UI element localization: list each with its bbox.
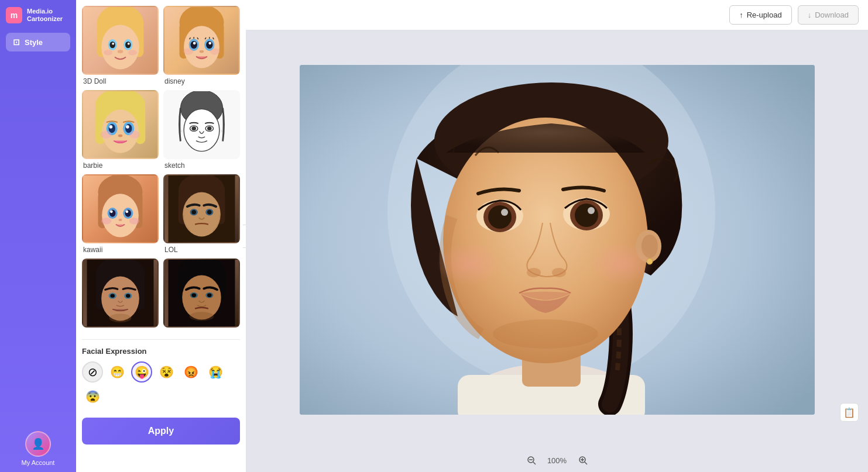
- svg-point-83: [109, 313, 132, 322]
- svg-point-106: [488, 205, 512, 229]
- style-item-lol[interactable]: LOL: [163, 174, 240, 254]
- facial-expression-section: Facial Expression ⊘ 😁 😜 😵 😡 😭 😨: [82, 343, 240, 418]
- svg-point-114: [437, 242, 502, 286]
- svg-point-21: [193, 42, 196, 44]
- svg-point-43: [100, 130, 111, 138]
- download-icon: ↓: [808, 11, 812, 19]
- svg-point-62: [119, 219, 122, 221]
- svg-point-82: [126, 294, 131, 298]
- svg-point-69: [183, 192, 221, 237]
- svg-point-16: [184, 26, 219, 68]
- logo-text: Media.io Cartoonizer: [27, 8, 63, 23]
- svg-point-29: [200, 50, 204, 53]
- style-label-disney: disney: [163, 77, 240, 85]
- account-label: My Account: [22, 459, 55, 466]
- style-thumb-real2: [163, 259, 240, 328]
- zoom-bar: 100%: [246, 449, 868, 472]
- notes-button[interactable]: 📋: [840, 403, 859, 422]
- svg-point-6: [109, 42, 115, 48]
- photo-background: [300, 65, 815, 415]
- svg-point-91: [191, 293, 196, 297]
- apply-button[interactable]: Apply: [82, 418, 240, 445]
- style-label-barbie: barbie: [82, 161, 159, 170]
- reupload-button[interactable]: ↑ Re-upload: [729, 5, 792, 25]
- expression-icons: ⊘ 😁 😜 😵 😡 😭 😨: [82, 361, 240, 407]
- style-item-kawaii[interactable]: kawaii: [82, 174, 159, 254]
- style-tab[interactable]: ⊡ Style: [6, 33, 70, 51]
- expression-tongue[interactable]: 😜: [131, 361, 152, 383]
- download-button[interactable]: ↓ Download: [798, 5, 859, 25]
- svg-point-31: [210, 48, 220, 54]
- svg-point-3: [101, 25, 139, 69]
- logo-icon: m: [6, 7, 22, 23]
- collapse-arrow[interactable]: ‹: [243, 225, 246, 248]
- svg-point-51: [207, 126, 212, 130]
- logo-area: m Media.io Cartoonizer: [0, 0, 76, 30]
- style-tab-label: Style: [25, 38, 43, 47]
- style-item-disney[interactable]: disney: [163, 6, 240, 85]
- svg-point-63: [101, 218, 111, 224]
- panel: 3D Doll: [76, 0, 246, 472]
- svg-point-111: [588, 207, 595, 214]
- svg-point-81: [110, 294, 115, 298]
- svg-point-40: [109, 125, 113, 129]
- expression-dizzy[interactable]: 😵: [156, 361, 177, 383]
- svg-line-118: [533, 462, 536, 464]
- download-label: Download: [815, 11, 849, 19]
- main-area: ↑ Re-upload ↓ Download: [246, 0, 868, 472]
- svg-point-22: [208, 42, 211, 44]
- my-account-area[interactable]: 👤 My Account: [22, 431, 55, 466]
- zoom-in-icon: [578, 456, 588, 465]
- style-item-real2[interactable]: [163, 259, 240, 330]
- svg-point-7: [125, 42, 131, 48]
- zoom-out-button[interactable]: [524, 453, 538, 467]
- style-icon: ⊡: [13, 37, 20, 47]
- svg-point-10: [118, 50, 123, 53]
- style-item-real1[interactable]: [82, 259, 159, 330]
- photo-container: [300, 65, 815, 415]
- style-thumb-kawaii: [82, 174, 159, 243]
- expression-grin[interactable]: 😁: [107, 361, 128, 383]
- style-item-3ddoll[interactable]: 3D Doll: [82, 6, 159, 85]
- sidebar: m Media.io Cartoonizer ⊡ Style 👤 My Acco…: [0, 0, 76, 472]
- style-label-lol: LOL: [163, 246, 240, 254]
- avatar: 👤: [25, 431, 51, 457]
- facial-expression-title: Facial Expression: [82, 347, 240, 356]
- svg-point-42: [118, 135, 123, 137]
- svg-point-41: [126, 125, 129, 129]
- svg-point-39: [125, 124, 132, 133]
- portrait-image: [300, 65, 815, 415]
- svg-point-72: [191, 210, 196, 215]
- svg-point-12: [128, 50, 137, 56]
- expression-none[interactable]: ⊘: [82, 361, 103, 383]
- svg-point-9: [128, 43, 130, 45]
- upload-icon: ↑: [739, 11, 743, 19]
- svg-point-92: [207, 293, 212, 297]
- style-label-kawaii: kawaii: [82, 246, 159, 254]
- svg-point-64: [129, 218, 139, 224]
- style-item-sketch[interactable]: sketch: [163, 90, 240, 170]
- svg-point-73: [207, 210, 212, 215]
- zoom-out-icon: [527, 456, 536, 465]
- expression-angry[interactable]: 😡: [180, 361, 201, 383]
- zoom-in-button[interactable]: [576, 453, 590, 467]
- divider: [82, 339, 240, 340]
- style-item-barbie[interactable]: barbie: [82, 90, 159, 170]
- style-thumb-3ddoll: [82, 6, 159, 75]
- svg-point-93: [190, 312, 214, 321]
- style-thumb-lol: [163, 174, 240, 243]
- svg-point-60: [110, 210, 113, 213]
- svg-line-121: [585, 462, 587, 464]
- style-thumb-sketch: [163, 90, 240, 159]
- expression-cry[interactable]: 😭: [205, 361, 226, 383]
- svg-point-116: [493, 319, 598, 349]
- svg-point-38: [109, 124, 115, 133]
- expression-scared[interactable]: 😨: [82, 386, 103, 407]
- reupload-label: Re-upload: [747, 11, 782, 19]
- svg-point-112: [527, 268, 541, 277]
- style-label-sketch: sketch: [163, 161, 240, 170]
- svg-point-110: [575, 204, 598, 227]
- zoom-level: 100%: [545, 456, 569, 465]
- header-bar: ↑ Re-upload ↓ Download: [246, 0, 868, 30]
- svg-point-115: [589, 242, 654, 286]
